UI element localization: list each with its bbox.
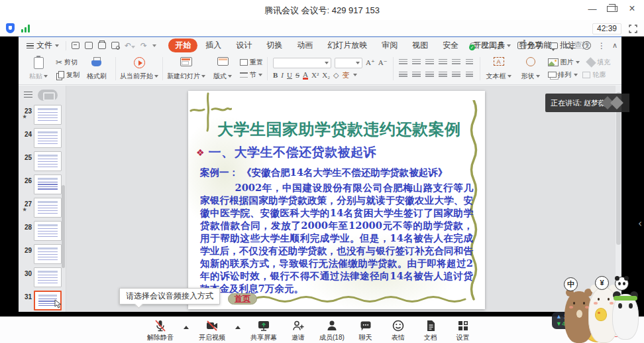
format-painter-button[interactable]: 格式刷 — [81, 55, 113, 82]
customize-toolbar-caret-icon[interactable] — [152, 44, 156, 47]
file-menu[interactable]: 文件 — [23, 40, 63, 51]
tab-transition[interactable]: 切换 — [260, 38, 289, 52]
bullets-icon[interactable] — [399, 59, 407, 66]
align-center-icon[interactable] — [412, 72, 421, 78]
video-options-caret[interactable] — [235, 326, 241, 329]
tab-design[interactable]: 设计 — [229, 38, 258, 52]
slide-thumbnail[interactable] — [34, 267, 62, 287]
panel-scrollbar[interactable] — [62, 185, 65, 268]
picture-button[interactable]: 图片 — [548, 58, 580, 67]
slide-thumbnail[interactable] — [34, 198, 62, 218]
align-left-icon[interactable] — [399, 72, 407, 78]
save-icon[interactable] — [72, 42, 80, 49]
tab-slideshow[interactable]: 幻灯片放映 — [321, 38, 374, 52]
reset-button[interactable]: 重置 — [240, 58, 263, 67]
bold-button[interactable]: B — [273, 71, 278, 79]
layout-button[interactable]: 版式 — [207, 55, 239, 82]
increase-font-icon[interactable]: A⁺ — [366, 58, 375, 67]
tab-review[interactable]: 审阅 — [375, 38, 404, 52]
columns-icon[interactable] — [466, 72, 473, 78]
collapse-ribbon-icon[interactable]: ∧ — [612, 41, 617, 50]
participant-badge-panda[interactable] — [615, 277, 629, 291]
copy-button[interactable]: 复制 — [56, 70, 80, 80]
print-preview-icon[interactable] — [111, 42, 119, 49]
tab-view[interactable]: 视图 — [405, 38, 435, 52]
reactions-button[interactable]: 表情 — [387, 319, 409, 342]
unmute-button[interactable]: 解除静音 — [147, 319, 174, 342]
slide-thumbnail[interactable] — [34, 291, 62, 310]
participant-badge-yen[interactable]: ¥ — [595, 276, 609, 290]
italic-button[interactable]: I — [281, 71, 284, 79]
tab-animation[interactable]: 动画 — [290, 38, 319, 52]
home-link[interactable]: 首页 — [228, 293, 257, 305]
justify-icon[interactable] — [439, 72, 447, 78]
play-from-current-button[interactable]: 从当前开始 — [119, 55, 160, 82]
network-signal-icon[interactable] — [21, 25, 32, 33]
align-right-icon[interactable] — [425, 72, 434, 78]
decrease-indent-icon[interactable] — [425, 59, 434, 66]
decrease-font-icon[interactable]: A⁻ — [378, 58, 388, 67]
slide-thumbnail[interactable] — [34, 244, 62, 264]
slide-thumb-30[interactable]: 30 — [19, 267, 66, 291]
chat-button[interactable]: 聊天 — [354, 319, 377, 342]
new-slide-button[interactable]: 新建幻灯片 — [166, 55, 207, 82]
shapes-button[interactable]: 形状 — [515, 55, 547, 82]
slide-thumbnail[interactable] — [34, 128, 62, 148]
undo-icon[interactable]: ↶ — [125, 41, 135, 50]
video-panel-collapse-chevron[interactable]: ‹ — [638, 218, 642, 230]
docs-button[interactable]: 文档 — [419, 319, 442, 342]
settings-button[interactable]: 设置 — [452, 319, 474, 342]
numbering-icon[interactable] — [412, 59, 421, 66]
participant-badge-zhong[interactable]: 中 — [564, 277, 578, 291]
clear-format-button[interactable]: ◇ — [333, 71, 339, 80]
sticker-panda-video-tile[interactable] — [612, 291, 639, 340]
slide-thumbnail[interactable] — [34, 174, 62, 194]
slide-thumb-29[interactable]: 29 — [19, 244, 66, 267]
slide-view-icon[interactable] — [38, 90, 58, 101]
close-button[interactable]: × — [627, 3, 637, 15]
slide-thumbnail[interactable] — [34, 151, 62, 171]
shield-icon[interactable] — [6, 23, 15, 33]
slide-thumb-26[interactable]: 26 — [19, 174, 66, 198]
slide-thumb-27[interactable]: 27★ — [19, 198, 66, 221]
line-spacing-icon[interactable] — [452, 59, 460, 66]
fullscreen-icon[interactable] — [629, 24, 637, 33]
comment-button[interactable]: 批注 — [549, 40, 576, 51]
members-button[interactable]: 成员(18) — [319, 319, 345, 342]
slide-thumb-28[interactable]: 28 — [19, 221, 66, 244]
more-options-icon[interactable]: ⋮ — [598, 41, 606, 50]
arrange-button[interactable]: 排列 — [548, 70, 578, 80]
slide-thumb-23[interactable]: 23★ — [19, 105, 66, 128]
vertical-scrollbar-thumb[interactable] — [616, 92, 621, 245]
font-name-select[interactable] — [273, 58, 331, 68]
share-button[interactable]: 分享 — [517, 40, 543, 51]
sync-status[interactable]: 已同步 — [470, 40, 511, 51]
help-icon[interactable]: ? — [582, 41, 591, 50]
textbox-button[interactable]: A 文本框 — [483, 55, 515, 82]
text-effects-button[interactable]: 变 — [343, 70, 350, 80]
superscript-button[interactable]: X² — [311, 71, 319, 79]
font-color-button[interactable]: A — [303, 71, 308, 80]
cut-button[interactable]: ✂剪切 — [56, 58, 80, 67]
outline-button[interactable]: 轮廓 — [582, 70, 606, 80]
strikethrough-button[interactable]: S — [295, 71, 299, 79]
slide-thumbnail[interactable] — [34, 221, 62, 241]
redo-icon[interactable]: ↷ — [140, 41, 147, 50]
text-direction-icon[interactable] — [466, 59, 473, 66]
increase-indent-icon[interactable] — [439, 59, 447, 66]
section-button[interactable]: 节 — [240, 70, 263, 80]
start-video-button[interactable]: 开启视频 — [199, 319, 225, 342]
underline-button[interactable]: U — [287, 71, 292, 79]
minimize-button[interactable]: — — [587, 4, 598, 14]
slide-thumbnail[interactable] — [34, 105, 62, 125]
slide-thumb-25[interactable]: 25 — [19, 151, 66, 174]
slide-thumb-24[interactable]: 24 — [19, 128, 66, 151]
distribute-icon[interactable] — [452, 72, 460, 78]
fill-button[interactable]: 填充 — [586, 58, 611, 67]
font-size-select[interactable] — [335, 58, 362, 68]
export-icon[interactable] — [85, 42, 93, 49]
outline-view-icon[interactable] — [24, 92, 32, 99]
restore-button[interactable] — [607, 4, 617, 14]
tab-insert[interactable]: 插入 — [199, 38, 228, 52]
mic-options-caret[interactable] — [184, 326, 189, 329]
